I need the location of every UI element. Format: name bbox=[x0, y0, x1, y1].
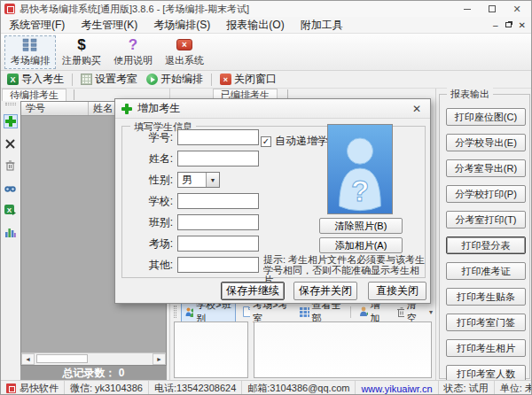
import-examinee-button[interactable]: X 导入考生 bbox=[4, 72, 66, 88]
add-icon bbox=[121, 103, 133, 115]
gender-label: 性别: bbox=[121, 173, 177, 188]
export-by-room-button[interactable]: 分考室导出(R) bbox=[446, 159, 526, 177]
import-examinee-label: 导入考生 bbox=[21, 72, 64, 87]
print-seating-chart-button[interactable]: 打印座位图(C) bbox=[446, 108, 526, 126]
menu-examinee[interactable]: 考生管理(K) bbox=[73, 17, 145, 33]
class-label: 班别: bbox=[121, 215, 177, 230]
tab-pending-examinees[interactable]: 待编排考生 bbox=[2, 89, 66, 101]
toolbar-overflow-icon[interactable]: ▾ bbox=[429, 308, 433, 316]
start-arrange-label: 开始编排 bbox=[160, 72, 203, 87]
print-examinee-photo-button[interactable]: 打印考生相片 bbox=[446, 339, 526, 357]
close-icon[interactable]: ✕ bbox=[505, 1, 529, 17]
secondary-toolbar: X 导入考生 设置考室 开始编排 × 关闭窗口 bbox=[1, 71, 531, 89]
statusbar-email: 邮箱:3104386@qq.com bbox=[242, 381, 356, 395]
print-by-room-button[interactable]: 分考室打印(T) bbox=[446, 211, 526, 228]
gender-select[interactable]: 男 ▼ bbox=[177, 172, 220, 188]
statusbar-wechat: 微信: yk3104386 bbox=[65, 381, 149, 395]
menu-tools[interactable]: 附加工具 bbox=[293, 17, 351, 33]
toolbar-exit-button[interactable]: × 退出系统 bbox=[159, 35, 210, 69]
titlebar: 易快考场编排系统[通用版]3.8.6 - [考场编排-期末考试] ✕ bbox=[1, 1, 531, 17]
setup-room-button[interactable]: 设置考室 bbox=[78, 72, 140, 88]
search-icon[interactable] bbox=[4, 181, 18, 195]
toolbar-register-label: 注册购买 bbox=[62, 54, 101, 67]
close-window-label: 关闭窗口 bbox=[234, 72, 277, 87]
question-icon: ? bbox=[129, 37, 137, 53]
scroll-right-icon[interactable]: ► bbox=[153, 353, 166, 365]
other-input[interactable] bbox=[177, 257, 259, 273]
play-icon bbox=[146, 74, 158, 85]
school-input[interactable] bbox=[177, 193, 259, 209]
svg-text:X: X bbox=[7, 206, 12, 214]
print-admission-ticket-button[interactable]: 打印准考证 bbox=[446, 262, 526, 280]
toolbar-register-button[interactable]: $ 注册购买 bbox=[56, 35, 107, 69]
separator bbox=[350, 306, 351, 318]
mdi-close-icon[interactable]: ✕ bbox=[519, 20, 526, 30]
statistics-icon[interactable] bbox=[4, 225, 18, 239]
clear-photo-button[interactable]: 清除照片(B) bbox=[319, 218, 403, 234]
view-all-grid-icon bbox=[300, 307, 309, 317]
report-output-group: 报表输出 打印座位图(C) 分学校导出(E) 分考室导出(R) 分学校打印(P)… bbox=[439, 94, 530, 379]
toolbar-grip[interactable] bbox=[5, 103, 16, 105]
checkbox-checked-icon[interactable]: ✓ bbox=[261, 136, 271, 147]
student-id-label: 学号: bbox=[121, 130, 177, 145]
add-examinee-dialog: 增加考生 ✕ 填写学生信息 学号: ✓ 自动递增学号 姓名: 性别: 男 ▼ 学… bbox=[114, 98, 431, 304]
dollar-icon: $ bbox=[77, 37, 85, 53]
add-examinee-icon[interactable] bbox=[4, 114, 18, 128]
export-by-school-button[interactable]: 分学校导出(E) bbox=[446, 134, 526, 151]
scrollbar-track[interactable] bbox=[35, 353, 153, 365]
group-list-panel[interactable] bbox=[174, 321, 248, 378]
name-label: 姓名: bbox=[121, 151, 177, 167]
minimize-icon[interactable] bbox=[455, 1, 480, 17]
column-student-id[interactable]: 学号 bbox=[21, 102, 89, 115]
brand-icon bbox=[6, 383, 16, 393]
mdi-restore-icon[interactable] bbox=[505, 22, 512, 27]
menu-system[interactable]: 系统管理(F) bbox=[1, 17, 73, 33]
print-by-school-button[interactable]: 分学校打印(P) bbox=[446, 185, 526, 203]
separator bbox=[74, 89, 74, 100]
horizontal-scrollbar[interactable]: ◄ ► bbox=[21, 352, 166, 365]
gender-value: 男 bbox=[182, 173, 192, 188]
print-score-sheet-button[interactable]: 打印登分表 bbox=[446, 236, 526, 254]
person-question-icon: ? bbox=[328, 124, 392, 214]
exam-site-input[interactable] bbox=[177, 236, 259, 252]
save-and-continue-button[interactable]: 保存并继续 bbox=[221, 282, 285, 300]
print-room-door-sign-button[interactable]: 打印考室门签 bbox=[446, 314, 526, 331]
menu-report[interactable]: 报表输出(O) bbox=[218, 17, 292, 33]
statusbar-website-link[interactable]: www.yikuaiwr.cn bbox=[361, 383, 432, 394]
scroll-left-icon[interactable]: ◄ bbox=[21, 353, 35, 365]
mdi-minimize-icon[interactable]: – bbox=[493, 20, 498, 30]
chevron-down-icon[interactable]: ▼ bbox=[206, 173, 219, 187]
detail-list-panel[interactable] bbox=[254, 321, 432, 378]
save-and-close-button[interactable]: 保存并关闭 bbox=[293, 282, 357, 300]
name-input[interactable] bbox=[177, 151, 259, 167]
add-photo-button[interactable]: 添加相片(A) bbox=[319, 237, 403, 253]
toolbar-help-label: 使用说明 bbox=[113, 54, 153, 67]
svg-text:?: ? bbox=[351, 174, 369, 207]
close-window-button[interactable]: × 关闭窗口 bbox=[217, 72, 279, 88]
trash-icon[interactable] bbox=[4, 159, 18, 173]
dialog-close-icon[interactable]: ✕ bbox=[405, 101, 428, 117]
document-icon bbox=[243, 306, 250, 317]
maximize-icon[interactable] bbox=[480, 1, 505, 17]
class-input[interactable] bbox=[177, 214, 259, 230]
export-excel-icon[interactable]: X bbox=[4, 203, 18, 217]
scrollbar-thumb[interactable] bbox=[36, 354, 88, 363]
student-id-input[interactable] bbox=[177, 129, 259, 145]
school-label: 学校: bbox=[121, 194, 177, 209]
toolbar-exit-label: 退出系统 bbox=[165, 54, 204, 67]
toolbar-exam-arrange-button[interactable]: 考场编排 bbox=[4, 35, 56, 69]
delete-icon[interactable] bbox=[4, 136, 18, 151]
exam-grid-icon bbox=[22, 37, 38, 53]
toolbar-help-button[interactable]: ? 使用说明 bbox=[107, 35, 159, 69]
menu-arrange[interactable]: 考场编排(S) bbox=[145, 17, 218, 33]
setup-room-label: 设置考室 bbox=[95, 72, 137, 87]
print-examinee-label-button[interactable]: 打印考生贴条 bbox=[446, 288, 526, 306]
app-window: 易快考场编排系统[通用版]3.8.6 - [考场编排-期末考试] ✕ 系统管理(… bbox=[0, 0, 532, 395]
statusbar-unit: 单位: 未注册单位 bbox=[495, 381, 532, 395]
add-person-icon bbox=[359, 306, 367, 317]
other-label: 其他: bbox=[121, 258, 177, 273]
dialog-titlebar: 增加考生 ✕ bbox=[115, 99, 430, 119]
start-arrange-button[interactable]: 开始编排 bbox=[144, 72, 206, 88]
toolbar-grip[interactable] bbox=[174, 306, 176, 318]
close-directly-button[interactable]: 直接关闭 bbox=[368, 282, 426, 300]
